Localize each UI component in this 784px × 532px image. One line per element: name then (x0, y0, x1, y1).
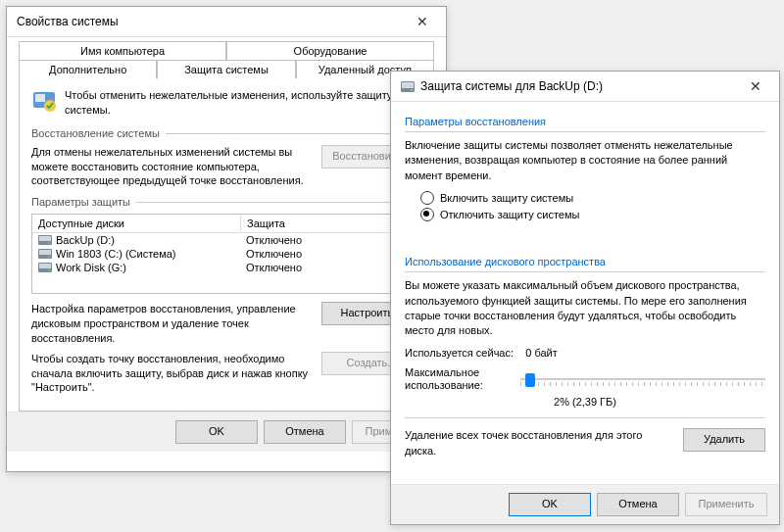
hdd-icon (38, 249, 52, 259)
close-icon[interactable]: ✕ (403, 11, 442, 32)
ok-button[interactable]: OK (175, 420, 258, 444)
tab-system-protection[interactable]: Защита системы (157, 60, 295, 79)
svg-rect-4 (39, 236, 51, 241)
drives-list[interactable]: Доступные диски Защита BackUp (D:) Отклю… (31, 214, 421, 294)
hdd-icon (401, 81, 415, 92)
drive-row[interactable]: BackUp (D:) Отключено (32, 233, 420, 247)
radio-enable-protection[interactable]: Включить защиту системы (420, 191, 765, 205)
col-drives[interactable]: Доступные диски (32, 215, 241, 232)
dialog-buttons: OK Отмена Применить (391, 484, 779, 524)
max-usage-label: Максимальное использование: (405, 366, 513, 392)
tab-computer-name[interactable]: Имя компьютера (19, 41, 226, 60)
apply-button[interactable]: Применить (685, 493, 767, 516)
cancel-button[interactable]: Отмена (597, 493, 679, 516)
hdd-icon (38, 263, 52, 272)
drive-row[interactable]: Work Disk (G:) Отключено (32, 261, 420, 274)
used-value: 0 байт (525, 347, 558, 359)
window-title: Защита системы для BackUp (D:) (420, 79, 736, 93)
configure-description: Настройка параметров восстановления, упр… (31, 302, 312, 346)
disk-group-label: Использование дискового пространства (405, 256, 765, 267)
tab-content: Чтобы отменить нежелательные изменения, … (19, 77, 434, 411)
disk-paragraph: Вы можете указать максимальный объем дис… (405, 278, 765, 339)
radio-icon (420, 191, 434, 205)
restore-description: Для отмены нежелательных изменений систе… (31, 145, 312, 189)
hdd-icon (38, 235, 52, 245)
percent-value: 2% (2,39 ГБ) (405, 396, 765, 408)
delete-button[interactable]: Удалить (683, 428, 765, 452)
ok-button[interactable]: OK (509, 493, 591, 516)
dialog-buttons: OK Отмена Применить (7, 411, 446, 452)
restore-section-label: Восстановление системы (31, 127, 421, 139)
protect-section-label: Параметры защиты (31, 196, 421, 208)
svg-point-11 (48, 269, 50, 271)
shield-icon (31, 88, 57, 114)
svg-rect-1 (35, 94, 45, 102)
tab-hardware[interactable]: Оборудование (226, 41, 434, 60)
max-usage-slider[interactable] (520, 369, 765, 389)
used-label: Используется сейчас: (405, 347, 514, 359)
svg-rect-10 (39, 264, 51, 268)
cancel-button[interactable]: Отмена (264, 420, 346, 444)
radio-icon (420, 208, 434, 221)
titlebar[interactable]: Свойства системы ✕ (7, 7, 446, 37)
delete-description: Удаление всех точек восстановления для э… (405, 428, 673, 459)
intro-text: Чтобы отменить нежелательные изменения, … (65, 88, 421, 118)
restore-paragraph: Включение защиты системы позволяет отмен… (405, 138, 765, 183)
restore-group-label: Параметры восстановления (405, 116, 765, 127)
svg-rect-13 (402, 82, 414, 88)
system-protection-drive-window: Защита системы для BackUp (D:) ✕ Парамет… (390, 71, 780, 525)
system-properties-window: Свойства системы ✕ Имя компьютера Оборуд… (6, 6, 447, 472)
svg-point-14 (411, 89, 413, 91)
create-description: Чтобы создать точку восстановления, необ… (31, 352, 312, 396)
tab-advanced[interactable]: Дополнительно (19, 60, 157, 78)
svg-point-5 (48, 242, 50, 244)
titlebar[interactable]: Защита системы для BackUp (D:) ✕ (391, 72, 779, 102)
drives-header: Доступные диски Защита (32, 215, 420, 233)
slider-thumb[interactable] (525, 373, 535, 387)
svg-rect-7 (39, 250, 51, 255)
svg-point-8 (48, 256, 50, 258)
close-icon[interactable]: ✕ (736, 75, 775, 97)
radio-disable-protection[interactable]: Отключить защиту системы (420, 208, 765, 221)
drive-row[interactable]: Win 1803 (C:) (Система) Отключено (32, 247, 420, 261)
window-title: Свойства системы (17, 15, 403, 28)
